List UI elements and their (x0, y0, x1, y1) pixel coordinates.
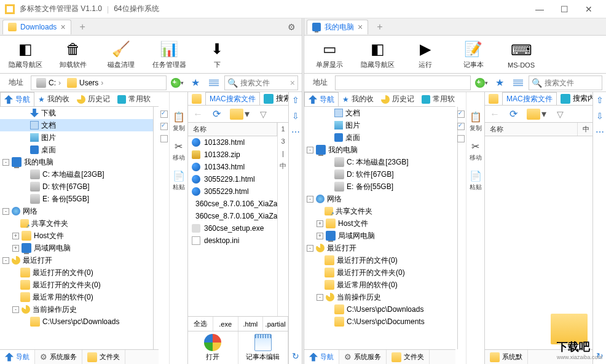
back-button[interactable]: ← (487, 107, 502, 121)
tree-node[interactable]: C:\Users\pc\Documents (304, 316, 457, 328)
file-row[interactable]: 360cse_8.7.0.106_XiaZai (188, 198, 277, 210)
side-move[interactable]: ✂移动 (171, 140, 187, 162)
expand-icon[interactable]: - (307, 196, 313, 203)
tree-node[interactable]: 最近常用的软件(0) (0, 291, 153, 303)
bottom-tab-nav[interactable]: 导航 (304, 350, 339, 364)
filter-button[interactable]: ▽ (553, 107, 567, 121)
expand-icon[interactable]: - (307, 245, 313, 252)
tab-close-icon[interactable]: × (358, 22, 363, 32)
expand-icon[interactable]: + (12, 233, 19, 239)
action-open[interactable]: 打开 (188, 331, 238, 364)
check-icon[interactable] (457, 135, 465, 142)
side-copy[interactable]: 📋复制 (171, 110, 187, 133)
tree-node[interactable]: 最近打开的文件夹(0) (304, 266, 457, 279)
inner-tab-nav[interactable]: 导航 (0, 92, 34, 106)
tree-node[interactable]: D: 软件[67GB] (0, 180, 153, 193)
tab-close-icon[interactable]: × (60, 22, 65, 32)
close-button[interactable]: ✕ (576, 0, 601, 18)
tree-node[interactable]: +局域网电脑 (0, 242, 153, 254)
column-cn[interactable]: 中 (578, 123, 592, 136)
tree-node[interactable]: E: 备份[55GB] (304, 180, 457, 193)
view-lines-button[interactable] (206, 76, 222, 90)
column-name[interactable]: 名称 (485, 123, 578, 136)
tree-node[interactable]: D: 软件[67GB] (304, 168, 457, 180)
refresh-button[interactable]: ⟳ (209, 107, 224, 121)
file-tab-content-search[interactable]: 搜索内容 (557, 92, 592, 105)
toolbar-notepad[interactable]: 📝记事本 (453, 37, 494, 72)
tree-node[interactable]: 下载 (0, 107, 153, 119)
bottom-tab-folders[interactable]: 文件夹 (82, 350, 125, 364)
tree-node[interactable]: E: 备份[55GB] (0, 193, 153, 205)
expand-icon[interactable]: + (12, 245, 19, 252)
new-button[interactable]: ▾ (169, 76, 185, 90)
file-row[interactable]: 3055229.html (188, 185, 277, 198)
v-action-refresh[interactable]: ↻ (593, 348, 606, 364)
tree-node[interactable]: +局域网电脑 (304, 230, 457, 242)
tab-downloads[interactable]: Downloads × (2, 20, 71, 34)
tree-node[interactable]: 最近打开的文件夹(0) (0, 279, 153, 291)
favorite-button[interactable]: ★ (187, 76, 203, 90)
v-action-down[interactable]: ⇩ (593, 108, 606, 124)
search-box[interactable]: 🔍 (529, 76, 602, 90)
check-icon[interactable] (160, 110, 168, 118)
toolbar-disk-clean[interactable]: 🧹磁盘清理 (101, 37, 141, 72)
tree-node[interactable]: C:\Users\pc\Downloads (304, 303, 457, 316)
tree-node[interactable]: -当前操作历史 (0, 303, 153, 316)
toolbar-uninstall[interactable]: 🗑卸载软件 (53, 37, 93, 72)
file-row[interactable]: desktop.ini (188, 234, 277, 247)
view-lines-button[interactable] (510, 76, 526, 90)
bottom-tab-nav[interactable]: 导航 (0, 350, 35, 364)
clear-icon[interactable]: × (290, 78, 295, 88)
toolbar-msdos[interactable]: ⌨MS-DOS (501, 37, 541, 72)
side-paste[interactable]: 📄粘贴 (171, 169, 187, 192)
v-action-more[interactable]: ⋯ (593, 124, 606, 140)
bottom-system-default[interactable]: 系统默 (485, 350, 528, 364)
file-list[interactable] (485, 136, 592, 349)
minimize-button[interactable]: — (527, 0, 552, 18)
file-row[interactable]: 101328.html (188, 136, 277, 149)
inner-tab-nav[interactable]: 导航 (304, 92, 339, 106)
side-paste[interactable]: 📄粘贴 (468, 169, 484, 192)
tree-node[interactable]: +Host文件 (304, 217, 457, 230)
v-action-more[interactable]: ⋯ (289, 124, 302, 140)
tree-node[interactable]: 图片 (0, 131, 153, 144)
tree-node[interactable]: 最近打开的文件(0) (0, 266, 153, 279)
check-icon[interactable] (457, 110, 465, 118)
v-action-up[interactable]: ⇧ (289, 92, 302, 108)
file-row[interactable]: 3055229.1.html (188, 173, 277, 185)
side-copy[interactable]: 📋复制 (468, 110, 484, 133)
search-input[interactable] (240, 79, 290, 87)
action-notepad[interactable]: 记事本编辑 (238, 331, 289, 364)
alpha-index[interactable]: 13|中 (277, 123, 288, 316)
v-action-refresh[interactable]: ↻ (289, 348, 302, 364)
tree-node[interactable]: -我的电脑 (304, 144, 457, 156)
column-name[interactable]: 名称 (188, 123, 277, 136)
inner-tab-common[interactable]: 常用软 (418, 92, 455, 106)
expand-icon[interactable]: - (2, 257, 9, 264)
tree-node[interactable]: C: 本地磁盘[23GB] (304, 156, 457, 168)
path-dropdown[interactable]: ▾ (227, 107, 252, 121)
bottom-tab-services[interactable]: ⚙系统服务 (35, 350, 82, 364)
toolbar-single-screen[interactable]: ▭单屏显示 (309, 37, 350, 72)
tree-node[interactable]: -最近打开 (0, 254, 153, 266)
inner-tab-favorites[interactable]: ★我的收 (34, 92, 73, 106)
tree-node[interactable]: C:\Users\pc\Downloads (0, 316, 153, 328)
inner-tab-favorites[interactable]: ★我的收 (339, 92, 377, 106)
inner-tab-history[interactable]: 历史记 (377, 92, 418, 106)
tree-node[interactable]: -网络 (0, 205, 153, 217)
breadcrumb[interactable] (335, 76, 471, 90)
file-row[interactable]: 101328.zip (188, 149, 277, 161)
file-row[interactable]: 360cse_setup.exe (188, 222, 277, 234)
bottom-tab-services[interactable]: ⚙系统服务 (339, 350, 387, 364)
tree-node[interactable]: +Host文件 (0, 230, 153, 242)
tree-node[interactable]: 桌面 (0, 144, 153, 156)
tab-settings-icon[interactable]: ⚙ (288, 22, 296, 32)
toolbar-download[interactable]: ⬇下 (197, 37, 237, 72)
alpha-item[interactable]: | (278, 147, 288, 160)
search-input[interactable] (545, 79, 599, 87)
filter-exe[interactable]: .exe (213, 317, 238, 331)
tree-node[interactable]: 图片 (304, 119, 457, 131)
expand-icon[interactable]: - (307, 147, 313, 153)
alpha-item[interactable]: 中 (278, 160, 288, 172)
side-move[interactable]: ✂移动 (468, 140, 484, 162)
